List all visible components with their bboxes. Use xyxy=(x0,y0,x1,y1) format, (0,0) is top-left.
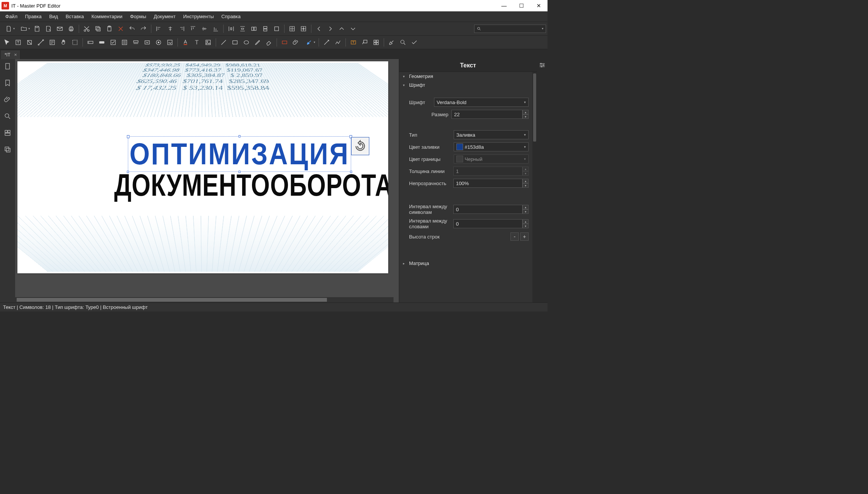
align-left-button[interactable] xyxy=(154,23,164,34)
prev-page-button[interactable] xyxy=(314,23,324,34)
same-width-button[interactable] xyxy=(249,23,259,34)
page-down-button[interactable] xyxy=(348,23,358,34)
pencil-tool[interactable] xyxy=(252,37,263,48)
ellipse-tool[interactable] xyxy=(241,37,252,48)
open-button[interactable] xyxy=(17,23,31,34)
highlight-tool[interactable] xyxy=(302,37,316,48)
close-button[interactable]: ✕ xyxy=(530,0,548,11)
minimize-button[interactable]: — xyxy=(495,0,513,11)
menu-tools[interactable]: Инструменты xyxy=(179,12,218,21)
new-button[interactable] xyxy=(2,23,16,34)
form-tool[interactable] xyxy=(47,37,58,48)
redo-button[interactable] xyxy=(138,23,149,34)
apply-tool[interactable] xyxy=(409,37,420,48)
rotate-handle[interactable] xyxy=(351,137,369,155)
layers-panel-toggle[interactable] xyxy=(3,145,12,154)
font-select[interactable]: Verdana-Bold xyxy=(434,98,529,107)
same-height-button[interactable] xyxy=(260,23,271,34)
fill-select[interactable]: #153d8a xyxy=(454,142,529,151)
edit-object-tool[interactable] xyxy=(24,37,35,48)
paste-button[interactable] xyxy=(104,23,115,34)
checkbox-tool[interactable] xyxy=(108,37,118,48)
grid-button[interactable] xyxy=(287,23,297,34)
sliders-icon[interactable] xyxy=(538,61,546,69)
align-top-button[interactable] xyxy=(188,23,198,34)
align-bottom-button[interactable] xyxy=(210,23,221,34)
lw-input[interactable] xyxy=(453,167,523,176)
stamp-tool[interactable] xyxy=(371,37,381,48)
lineheight-inc[interactable]: + xyxy=(520,232,529,241)
save-as-button[interactable] xyxy=(43,23,54,34)
menu-document[interactable]: Документ xyxy=(150,12,179,21)
copy-button[interactable] xyxy=(93,23,103,34)
attachment-tool[interactable] xyxy=(291,37,301,48)
size-spin[interactable]: ▲▼ xyxy=(523,110,529,119)
section-font[interactable]: ▾Шрифт xyxy=(399,81,532,89)
comment-textbox-tool[interactable] xyxy=(348,37,359,48)
lineheight-dec[interactable]: - xyxy=(510,232,519,241)
search-input[interactable] xyxy=(483,26,540,31)
link-tool[interactable] xyxy=(279,37,290,48)
image-tool[interactable] xyxy=(203,37,213,48)
same-size-button[interactable] xyxy=(271,23,282,34)
undo-button[interactable] xyxy=(127,23,137,34)
menu-insert[interactable]: Вставка xyxy=(62,12,87,21)
align-vcenter-button[interactable] xyxy=(199,23,210,34)
redact-tool[interactable] xyxy=(386,37,397,48)
menu-help[interactable]: Справка xyxy=(218,12,244,21)
bookmarks-panel-toggle[interactable] xyxy=(3,78,12,88)
edit-text-tool[interactable] xyxy=(13,37,23,48)
thumbnails-panel-toggle[interactable] xyxy=(3,128,12,138)
rect-tool[interactable] xyxy=(230,37,240,48)
next-page-button[interactable] xyxy=(325,23,336,34)
section-geometry[interactable]: ▾Геометрия xyxy=(399,72,532,81)
maximize-button[interactable]: ☐ xyxy=(513,0,530,11)
align-right-button[interactable] xyxy=(176,23,187,34)
snap-button[interactable] xyxy=(298,23,309,34)
attachments-panel-toggle[interactable] xyxy=(3,95,12,104)
wordspace-input[interactable] xyxy=(453,219,523,228)
pages-panel-toggle[interactable] xyxy=(3,61,12,71)
toolbar-search[interactable]: ▾ xyxy=(474,25,546,33)
menu-file[interactable]: Файл xyxy=(2,12,21,21)
menu-forms[interactable]: Формы xyxy=(126,12,150,21)
delete-button[interactable] xyxy=(115,23,126,34)
type-select[interactable]: Заливка xyxy=(454,130,529,139)
edit-vector-tool[interactable] xyxy=(36,37,46,48)
border-select[interactable]: Черный xyxy=(454,154,529,164)
search-panel-toggle[interactable] xyxy=(3,111,12,121)
eraser-tool[interactable] xyxy=(264,37,274,48)
selected-text-object[interactable]: ОПТИМИЗАЦИЯ xyxy=(128,136,351,172)
comment-callout-tool[interactable] xyxy=(359,37,370,48)
add-text-tool[interactable] xyxy=(191,37,202,48)
text-object-2[interactable]: ДОКУМЕНТООБОРОТА xyxy=(114,167,388,203)
search-dropdown-icon[interactable]: ▾ xyxy=(542,27,543,30)
opacity-spin[interactable]: ▲▼ xyxy=(523,179,529,188)
comment-line-tool[interactable] xyxy=(321,37,332,48)
distribute-h-button[interactable] xyxy=(226,23,236,34)
menu-edit[interactable]: Правка xyxy=(21,12,45,21)
listbox-tool[interactable] xyxy=(119,37,130,48)
cut-button[interactable] xyxy=(81,23,92,34)
charspace-input[interactable] xyxy=(453,205,523,214)
radio-tool[interactable] xyxy=(153,37,164,48)
select-area-tool[interactable] xyxy=(70,37,80,48)
distribute-v-button[interactable] xyxy=(237,23,248,34)
wordspace-spin[interactable]: ▲▼ xyxy=(523,219,529,228)
canvas-hscroll[interactable] xyxy=(15,297,394,302)
combo-tool[interactable] xyxy=(131,37,141,48)
menu-comments[interactable]: Комментарии xyxy=(88,12,126,21)
size-input[interactable] xyxy=(451,110,523,119)
text-color-tool[interactable] xyxy=(180,37,191,48)
menu-view[interactable]: Вид xyxy=(45,12,62,21)
text-field-tool[interactable] xyxy=(85,37,96,48)
close-tab-icon[interactable]: × xyxy=(14,52,17,58)
signature-tool[interactable] xyxy=(165,37,175,48)
hand-tool[interactable] xyxy=(58,37,69,48)
print-button[interactable] xyxy=(66,23,76,34)
lw-spin[interactable]: ▲▼ xyxy=(523,167,529,176)
page-up-button[interactable] xyxy=(336,23,347,34)
dropdown-tool[interactable] xyxy=(142,37,152,48)
section-matrix[interactable]: ▸Матрица xyxy=(399,259,532,268)
page[interactable]: $573,930.25 $454,949.29 $988,618.21 $347… xyxy=(17,61,388,273)
